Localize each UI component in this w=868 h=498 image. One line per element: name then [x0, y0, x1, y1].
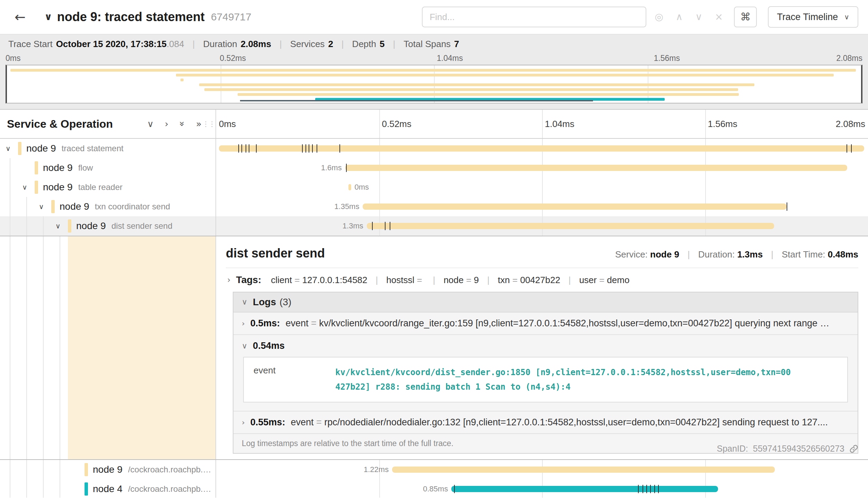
tag-item: node = 9	[444, 275, 479, 285]
span-log-tick	[246, 144, 246, 153]
minimap-canvas[interactable]	[6, 65, 862, 103]
gridline	[705, 178, 706, 197]
chevron-right-icon[interactable]: ›	[242, 320, 245, 327]
chevron-right-icon[interactable]: ›	[242, 419, 245, 426]
back-button[interactable]: ←	[7, 4, 33, 30]
log-time: 0.5ms:	[250, 318, 280, 329]
span-timeline-cell[interactable]: 0ms	[216, 178, 868, 197]
span-log-tick	[241, 144, 242, 153]
span-name-cell[interactable]: node 9/cockroach.roachpb.I...	[0, 460, 216, 479]
meta-value: 0.48ms	[828, 249, 858, 260]
link-icon[interactable]	[849, 444, 858, 453]
time-tick-label: 0.52ms	[382, 119, 411, 129]
span-log-tick	[256, 144, 257, 153]
collapse-one-icon[interactable]: ∨	[147, 119, 154, 128]
tree-chevron-down-icon[interactable]: ∨	[6, 145, 18, 152]
match-indicator-icon[interactable]: ◎	[655, 12, 663, 22]
tree-chevron-down-icon[interactable]: ∨	[39, 203, 51, 210]
span-service-name: node 9	[43, 182, 73, 193]
span-name-cell[interactable]: ∨node 9traced statement	[0, 139, 216, 158]
time-tick-label: 1.04ms	[437, 54, 463, 63]
span-service-name: node 9	[60, 201, 89, 212]
span-row[interactable]: ∨node 9dist sender send1.3ms	[0, 216, 868, 236]
tree-chevron-down-icon[interactable]: ∨	[22, 184, 35, 191]
span-log-tick	[249, 144, 249, 153]
time-tick-label: 1.56ms	[708, 119, 737, 129]
span-name-cell[interactable]: ∨node 9dist sender send	[0, 216, 216, 236]
span-bar[interactable]	[451, 486, 718, 492]
summary-value: 2.08ms	[241, 39, 271, 49]
span-timeline-cell[interactable]: 1.3ms	[216, 216, 868, 236]
time-tick-label: 1.56ms	[654, 54, 680, 63]
spanid-value: 5597415943526560273	[753, 444, 844, 454]
span-operation-name: dist sender send	[112, 221, 177, 231]
span-log-tick	[317, 144, 317, 153]
span-row[interactable]: ∨node 9table reader0ms	[0, 178, 868, 197]
view-dropdown-button[interactable]: Trace Timeline ∨	[768, 6, 858, 28]
summary-value: 7	[454, 39, 459, 49]
span-bar[interactable]	[392, 467, 775, 473]
tags-list: client = 127.0.0.1:54582|hostssl = |node…	[271, 275, 629, 286]
expand-one-icon[interactable]: ›	[165, 119, 168, 128]
span-timeline-cell[interactable]	[216, 139, 868, 158]
log-entry[interactable]: ∨0.54mseventkv/kvclient/kvcoord/dist_sen…	[233, 335, 858, 411]
chevron-right-icon: ›	[227, 276, 231, 284]
keyboard-shortcuts-button[interactable]: ⌘	[734, 7, 757, 27]
span-row[interactable]: node 9flow1.6ms	[0, 158, 868, 178]
span-bar[interactable]	[345, 165, 847, 171]
span-timeline-cell[interactable]: 1.6ms	[216, 158, 868, 178]
span-name-cell[interactable]: node 9flow	[0, 158, 216, 178]
log-value: rpc/nodedialer/nodedialer.go:132 [n9,cli…	[324, 417, 828, 427]
span-row[interactable]: node 4/cockroach.roachpb.I...0.85ms	[0, 479, 868, 498]
log-entry[interactable]: ›0.55ms:event = rpc/nodedialer/nodediale…	[233, 411, 858, 434]
log-equals: =	[308, 318, 319, 328]
span-name-cell[interactable]: ∨node 9table reader	[0, 178, 216, 197]
span-log-tick	[390, 222, 390, 230]
separator: |	[688, 249, 690, 260]
next-match-icon[interactable]: ∨	[695, 12, 702, 22]
gridline	[705, 110, 706, 138]
span-name-cell[interactable]: ∨node 9txn coordinator send	[0, 197, 216, 216]
span-bar[interactable]	[363, 203, 786, 210]
collapse-all-icon[interactable]: »	[178, 121, 187, 127]
span-timeline-cell[interactable]: 0.85ms	[216, 479, 868, 498]
time-tick-label: 0.52ms	[220, 54, 246, 63]
span-row[interactable]: ∨node 9traced statement	[0, 139, 868, 158]
trace-title: node 9: traced statement	[57, 10, 205, 24]
minimap-span-bar	[176, 74, 834, 76]
span-service-name: node 4	[93, 483, 123, 495]
span-bar[interactable]	[348, 184, 351, 190]
summary-value: 2	[328, 39, 333, 49]
find-input[interactable]	[422, 7, 646, 27]
column-resizer-handle[interactable]: ⋮⋮	[202, 120, 215, 127]
clear-search-icon[interactable]: ×	[715, 12, 723, 22]
tag-equals: =	[597, 275, 607, 285]
tree-chevron-down-icon[interactable]: ∨	[55, 223, 68, 229]
span-timeline-cell[interactable]: 1.35ms	[216, 197, 868, 216]
span-name-cell[interactable]: node 4/cockroach.roachpb.I...	[0, 479, 216, 498]
log-field-value: kv/kvclient/kvcoord/dist_sender.go:1850 …	[326, 357, 795, 402]
span-row[interactable]: node 9/cockroach.roachpb.I...1.22ms	[0, 460, 868, 479]
expand-all-icon[interactable]: »	[196, 119, 202, 128]
span-detail-row: dist sender send Service: node 9|Duratio…	[0, 236, 868, 460]
trace-collapse-chevron-icon[interactable]: ∨	[44, 12, 52, 22]
prev-match-icon[interactable]: ∧	[676, 12, 683, 22]
app-header: ← ∨ node 9: traced statement 6749717 ◎ ∧…	[0, 0, 868, 35]
span-log-tick	[305, 144, 306, 153]
span-row[interactable]: ∨node 9txn coordinator send1.35ms	[0, 197, 868, 216]
span-bar[interactable]	[219, 145, 864, 152]
logs-header[interactable]: ∨ Logs (3)	[233, 292, 858, 313]
span-bar[interactable]	[367, 223, 774, 229]
span-timeline-cell[interactable]: 1.22ms	[216, 460, 868, 479]
span-operation-name: txn coordinator send	[95, 202, 174, 211]
chevron-down-icon[interactable]: ∨	[242, 342, 247, 350]
tags-label: Tags:	[236, 274, 262, 286]
log-entry[interactable]: ›0.5ms:event = kv/kvclient/kvcoord/range…	[233, 313, 858, 335]
tags-row[interactable]: › Tags: client = 127.0.0.1:54582|hostssl…	[226, 268, 858, 292]
tag-value: 00427b22	[520, 275, 560, 285]
span-duration-label: 1.3ms	[343, 221, 363, 230]
service-color-chip	[85, 463, 88, 476]
tree-indent-guide	[26, 236, 27, 459]
meta-label: Start Time:	[782, 249, 825, 260]
separator: |	[568, 275, 571, 285]
